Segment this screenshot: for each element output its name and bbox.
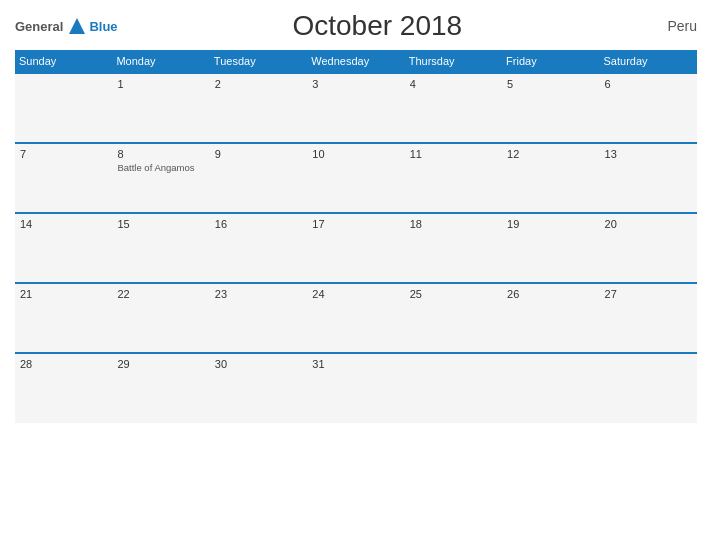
day-number: 3	[312, 78, 399, 90]
day-number: 10	[312, 148, 399, 160]
calendar-cell: 11	[405, 143, 502, 213]
day-number: 4	[410, 78, 497, 90]
day-number: 30	[215, 358, 302, 370]
logo-blue-text: Blue	[89, 19, 117, 34]
day-number: 2	[215, 78, 302, 90]
calendar-cell	[15, 73, 112, 143]
day-number: 15	[117, 218, 204, 230]
day-number: 29	[117, 358, 204, 370]
calendar-cell: 4	[405, 73, 502, 143]
day-number: 5	[507, 78, 594, 90]
day-number: 6	[605, 78, 692, 90]
day-number: 19	[507, 218, 594, 230]
col-saturday: Saturday	[600, 50, 697, 73]
calendar-cell	[405, 353, 502, 423]
days-header-row: Sunday Monday Tuesday Wednesday Thursday…	[15, 50, 697, 73]
day-number: 26	[507, 288, 594, 300]
day-number: 25	[410, 288, 497, 300]
day-number: 21	[20, 288, 107, 300]
calendar-cell	[502, 353, 599, 423]
calendar-cell: 22	[112, 283, 209, 353]
calendar-cell: 16	[210, 213, 307, 283]
calendar-cell: 29	[112, 353, 209, 423]
day-number: 9	[215, 148, 302, 160]
day-number: 11	[410, 148, 497, 160]
day-number: 14	[20, 218, 107, 230]
calendar-cell: 5	[502, 73, 599, 143]
calendar-cell: 3	[307, 73, 404, 143]
col-monday: Monday	[112, 50, 209, 73]
calendar-page: General Blue October 2018 Peru Sunday Mo…	[0, 0, 712, 550]
day-number: 17	[312, 218, 399, 230]
calendar-cell: 9	[210, 143, 307, 213]
day-number: 13	[605, 148, 692, 160]
calendar-week-2: 78Battle of Angamos910111213	[15, 143, 697, 213]
calendar-cell	[600, 353, 697, 423]
day-number: 28	[20, 358, 107, 370]
col-wednesday: Wednesday	[307, 50, 404, 73]
calendar-cell: 10	[307, 143, 404, 213]
header: General Blue October 2018 Peru	[15, 10, 697, 42]
calendar-cell: 20	[600, 213, 697, 283]
calendar-cell: 26	[502, 283, 599, 353]
calendar-cell: 31	[307, 353, 404, 423]
day-number: 23	[215, 288, 302, 300]
svg-marker-0	[69, 18, 85, 34]
calendar-title: October 2018	[118, 10, 637, 42]
calendar-cell: 24	[307, 283, 404, 353]
calendar-week-1: 123456	[15, 73, 697, 143]
calendar-cell: 27	[600, 283, 697, 353]
col-sunday: Sunday	[15, 50, 112, 73]
calendar-cell: 12	[502, 143, 599, 213]
day-number: 20	[605, 218, 692, 230]
calendar-cell: 30	[210, 353, 307, 423]
country-label: Peru	[637, 18, 697, 34]
logo: General Blue	[15, 16, 118, 36]
day-number: 7	[20, 148, 107, 160]
calendar-cell: 21	[15, 283, 112, 353]
day-number: 27	[605, 288, 692, 300]
logo-general-text: General	[15, 19, 63, 34]
calendar-cell: 13	[600, 143, 697, 213]
day-number: 1	[117, 78, 204, 90]
calendar-table: Sunday Monday Tuesday Wednesday Thursday…	[15, 50, 697, 423]
calendar-cell: 8Battle of Angamos	[112, 143, 209, 213]
day-number: 22	[117, 288, 204, 300]
day-number: 18	[410, 218, 497, 230]
calendar-cell: 19	[502, 213, 599, 283]
calendar-cell: 18	[405, 213, 502, 283]
calendar-cell: 14	[15, 213, 112, 283]
calendar-cell: 7	[15, 143, 112, 213]
col-thursday: Thursday	[405, 50, 502, 73]
logo-icon	[67, 16, 87, 36]
day-number: 24	[312, 288, 399, 300]
day-number: 8	[117, 148, 204, 160]
calendar-cell: 2	[210, 73, 307, 143]
day-number: 16	[215, 218, 302, 230]
calendar-cell: 17	[307, 213, 404, 283]
day-number: 12	[507, 148, 594, 160]
calendar-week-5: 28293031	[15, 353, 697, 423]
col-tuesday: Tuesday	[210, 50, 307, 73]
calendar-cell: 23	[210, 283, 307, 353]
calendar-cell: 15	[112, 213, 209, 283]
calendar-cell: 25	[405, 283, 502, 353]
calendar-cell: 28	[15, 353, 112, 423]
event-label: Battle of Angamos	[117, 162, 204, 173]
calendar-week-3: 14151617181920	[15, 213, 697, 283]
calendar-cell: 6	[600, 73, 697, 143]
day-number: 31	[312, 358, 399, 370]
calendar-cell: 1	[112, 73, 209, 143]
col-friday: Friday	[502, 50, 599, 73]
calendar-week-4: 21222324252627	[15, 283, 697, 353]
